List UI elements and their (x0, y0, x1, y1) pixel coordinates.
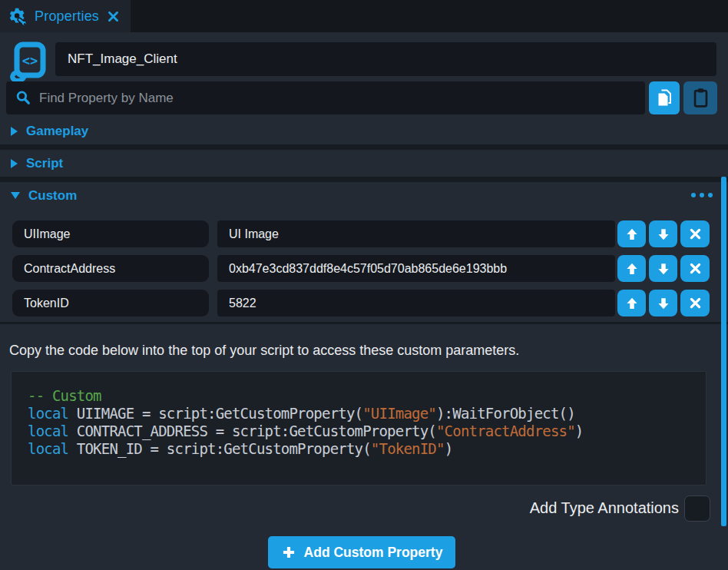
section-header-custom[interactable]: Custom (0, 182, 728, 209)
custom-property-row (0, 220, 728, 247)
x-icon (687, 260, 703, 277)
code-token: -- Custom (28, 387, 101, 404)
code-line: local TOKEN_ID = script:GetCustomPropert… (28, 440, 706, 458)
delete-property-button[interactable] (680, 255, 710, 282)
chevron-right-icon (11, 127, 18, 136)
code-token: UIIMAGE = script:GetCustomProperty( (68, 405, 362, 422)
properties-panel: <> Gameplay Script (0, 32, 728, 570)
tab-properties[interactable]: Properties (0, 0, 131, 32)
object-name-field[interactable] (55, 42, 716, 76)
svg-text:<>: <> (22, 53, 38, 68)
code-line: -- Custom (28, 387, 706, 405)
move-down-button[interactable] (649, 220, 677, 247)
tab-title: Properties (35, 8, 99, 25)
chevron-right-icon (11, 159, 18, 168)
arrow-up-icon (624, 295, 640, 312)
move-up-button[interactable] (617, 255, 646, 282)
divider (0, 177, 728, 182)
section-label: Custom (28, 188, 77, 204)
section-label: Script (26, 156, 63, 171)
property-value-field[interactable] (217, 220, 615, 247)
x-icon (687, 295, 703, 311)
tab-close-icon[interactable] (108, 11, 119, 22)
arrow-down-icon (655, 295, 672, 312)
move-up-button[interactable] (617, 220, 646, 247)
code-token: "TokenID" (371, 440, 445, 457)
copy-properties-button[interactable] (649, 81, 680, 114)
delete-property-button[interactable] (680, 290, 710, 316)
section-label: Gameplay (26, 124, 88, 139)
add-custom-property-button[interactable]: Add Custom Property (268, 536, 455, 568)
property-name-field[interactable] (12, 255, 209, 282)
code-token: ):WaitForObject() (436, 405, 575, 422)
tab-strip: Properties (0, 0, 728, 32)
move-down-button[interactable] (649, 255, 677, 282)
scrollbar-thumb[interactable] (721, 177, 726, 526)
x-icon (687, 226, 703, 242)
code-token: ) (445, 440, 453, 457)
search-input[interactable] (39, 91, 636, 106)
custom-property-row (0, 290, 728, 316)
code-token: "UIImage" (362, 405, 436, 422)
gear-wrench-icon (8, 6, 28, 26)
code-token: "ContractAddress" (436, 423, 575, 439)
delete-property-button[interactable] (680, 220, 710, 247)
add-type-annotations-checkbox[interactable] (684, 495, 710, 522)
arrow-down-icon (655, 226, 672, 243)
document-copy-icon (655, 88, 673, 108)
arrow-up-icon (624, 260, 640, 277)
move-down-button[interactable] (649, 290, 677, 316)
property-name-field[interactable] (12, 220, 209, 247)
code-token: local (28, 405, 68, 422)
arrow-up-icon (624, 226, 640, 243)
search-bar (6, 81, 645, 114)
property-value-field[interactable] (217, 290, 615, 316)
code-token: local (28, 440, 68, 457)
paste-properties-button[interactable] (683, 81, 717, 114)
instruction-text: Copy the code below into the top of your… (9, 343, 700, 359)
search-icon (15, 90, 31, 106)
add-button-label: Add Custom Property (304, 545, 443, 561)
code-token: CONTRACT_ADDRESS = script:GetCustomPrope… (68, 423, 436, 439)
script-scroll-icon: <> (6, 38, 51, 83)
section-header-script[interactable]: Script (0, 150, 728, 177)
add-type-annotations-label: Add Type Annotations (530, 498, 679, 518)
plus-icon (281, 545, 296, 560)
code-token: TOKEN_ID = script:GetCustomProperty( (68, 440, 371, 457)
code-line: local CONTRACT_ADDRESS = script:GetCusto… (28, 423, 706, 440)
code-token: ) (575, 423, 584, 439)
divider (0, 322, 728, 324)
chevron-down-icon (11, 192, 20, 199)
code-block[interactable]: -- Custom local UIIMAGE = script:GetCust… (11, 371, 706, 485)
move-up-button[interactable] (617, 290, 646, 316)
custom-property-row (0, 255, 728, 282)
arrow-down-icon (655, 260, 672, 277)
code-line: local UIIMAGE = script:GetCustomProperty… (28, 405, 706, 423)
page-root: { "colors": { "accent": "#1d9fe4", "stri… (0, 0, 728, 570)
property-name-field[interactable] (12, 290, 209, 316)
more-options-icon[interactable] (691, 193, 713, 197)
code-token: local (28, 423, 68, 439)
divider (0, 144, 728, 150)
section-header-gameplay[interactable]: Gameplay (0, 118, 728, 144)
property-value-field[interactable] (217, 255, 615, 282)
clipboard-icon (691, 87, 710, 109)
